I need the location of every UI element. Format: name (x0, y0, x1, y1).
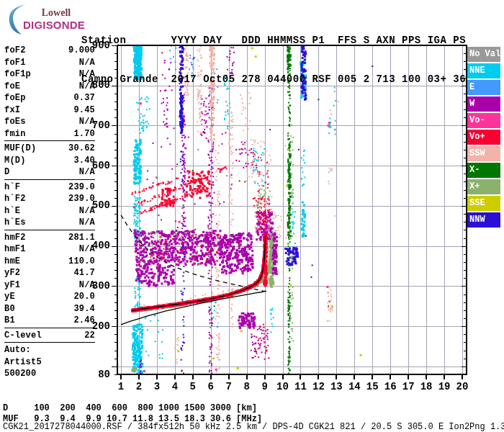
param-label: fmin (4, 128, 26, 140)
legend-item-vo-: Vo- (467, 113, 500, 128)
param-value: 30.62 (68, 143, 95, 155)
legend-item-x+: X+ (467, 179, 500, 194)
param-label: yF1 (4, 279, 20, 292)
param-row: hmE110.0 (4, 256, 95, 268)
param-value: N/A (79, 243, 95, 256)
param-footer-line: 500200 (4, 368, 95, 380)
param-label: h`F (4, 181, 20, 194)
param-label: hmE (4, 256, 20, 268)
parameter-panel: foF29.000foF1N/AfoF1pN/AfoEN/AfoEp0.37fx… (4, 45, 95, 382)
legend-item-sse: SSE (467, 196, 500, 211)
logo-brand-bottom: DIGISONDE (23, 19, 85, 31)
legend: No ValNNEEWVo-Vo+SSWX-X+SSENNW (467, 47, 501, 229)
param-row: yF241.7 (4, 267, 95, 279)
legend-item-vo+: Vo+ (467, 130, 500, 145)
param-label: D (4, 166, 9, 179)
param-group: h`F239.0h`F2239.0h`EN/Ah`EsN/A (4, 181, 95, 230)
param-value: N/A (79, 279, 95, 292)
param-row: foF1N/A (4, 57, 95, 69)
param-label: h`Es (4, 217, 26, 229)
param-label: C-level (4, 330, 42, 342)
param-row: foEp0.37 (4, 92, 95, 104)
param-value: N/A (79, 205, 95, 217)
param-label: M(D) (4, 155, 26, 167)
param-row: C-level22 (4, 330, 95, 342)
param-label: foF1 (4, 57, 26, 69)
param-footer-line: Artist5 (4, 356, 95, 369)
param-value: N/A (79, 166, 95, 179)
param-label: yF2 (4, 267, 20, 279)
header-line-columns: Station YYYY DAY DDD HHMMSS P1 FFS S AXN… (81, 34, 466, 47)
param-row: yE20.0 (4, 291, 95, 303)
param-row: foEsN/A (4, 116, 95, 128)
param-row: B12.46 (4, 315, 95, 327)
legend-item-nne: NNE (467, 63, 500, 78)
param-footer-line: Auto: (4, 344, 95, 356)
param-value: 239.0 (68, 193, 95, 205)
param-value: 110.0 (68, 256, 95, 268)
param-row: DN/A (4, 166, 95, 179)
legend-item-nnw: NNW (467, 212, 500, 228)
param-group: hmF2281.1hmF1N/AhmE110.0yF241.7yF1N/AyE2… (4, 232, 95, 328)
param-row: h`F239.0 (4, 181, 95, 194)
legend-item-w: W (467, 96, 500, 112)
legend-item-no-val: No Val (467, 47, 500, 62)
param-row: h`EN/A (4, 205, 95, 217)
param-label: foF1p (4, 68, 31, 81)
param-row: h`EsN/A (4, 217, 95, 229)
param-value: 1.70 (73, 128, 95, 140)
param-value: N/A (79, 217, 95, 229)
digisonde-logo: Lowell DIGISONDE (4, 3, 84, 36)
param-footer: Auto:Artist5500200 (4, 344, 95, 381)
param-value: 239.0 (68, 181, 95, 194)
logo-brand-top: Lowell (33, 7, 79, 19)
param-label: B1 (4, 315, 15, 327)
param-row: h`F2239.0 (4, 193, 95, 205)
param-label: foEs (4, 116, 26, 128)
param-row: yF1N/A (4, 279, 95, 292)
legend-item-ssw: SSW (467, 146, 500, 161)
header-line-values: Campo Grande 2017 Oct05 278 044000 RSF 0… (81, 73, 466, 86)
param-value: 20.0 (73, 291, 95, 303)
ionogram-page: Lowell DIGISONDE Station YYYY DAY DDD HH… (0, 0, 504, 432)
param-label: foE (4, 81, 20, 93)
param-value: 3.40 (73, 155, 95, 167)
param-label: h`E (4, 205, 20, 217)
param-row: MUF(D)30.62 (4, 143, 95, 155)
param-row: fxI9.45 (4, 104, 95, 117)
param-value: N/A (79, 68, 95, 81)
param-row: hmF2281.1 (4, 232, 95, 244)
param-row: fmin1.70 (4, 128, 95, 140)
param-label: hmF2 (4, 232, 26, 244)
param-value: N/A (79, 116, 95, 128)
param-row: B039.4 (4, 303, 95, 315)
param-row: foF29.000 (4, 45, 95, 57)
param-value: 39.4 (73, 303, 95, 315)
d-row: D 100 200 400 600 800 1000 1500 3000 [km… (3, 403, 262, 414)
param-value: 41.7 (73, 267, 95, 279)
param-label: B0 (4, 303, 15, 315)
param-label: h`F2 (4, 193, 26, 205)
param-value: N/A (79, 57, 95, 69)
param-label: fxI (4, 104, 20, 117)
param-value: 0.37 (73, 92, 95, 104)
param-group: MUF(D)30.62M(D)3.40DN/A (4, 143, 95, 180)
param-label: foF2 (4, 45, 26, 57)
param-value: 22 (84, 330, 95, 342)
param-row: foF1pN/A (4, 68, 95, 81)
param-group: C-level22 (4, 330, 95, 343)
param-group: foF29.000foF1N/AfoF1pN/AfoEN/AfoEp0.37fx… (4, 45, 95, 141)
param-value: 9.45 (73, 104, 95, 117)
param-value: 2.46 (73, 315, 95, 327)
param-row: foEN/A (4, 81, 95, 93)
param-label: foEp (4, 92, 26, 104)
legend-item-x-: X- (467, 163, 500, 178)
status-line: CGK21_2017278044000.RSF / 384fx512h 50 k… (3, 423, 504, 432)
param-value: 9.000 (68, 45, 95, 57)
param-row: M(D)3.40 (4, 155, 95, 167)
param-label: MUF(D) (4, 143, 36, 155)
legend-item-e: E (467, 80, 500, 95)
param-value: N/A (79, 81, 95, 93)
param-label: hmF1 (4, 243, 26, 256)
param-value: 281.1 (68, 232, 95, 244)
